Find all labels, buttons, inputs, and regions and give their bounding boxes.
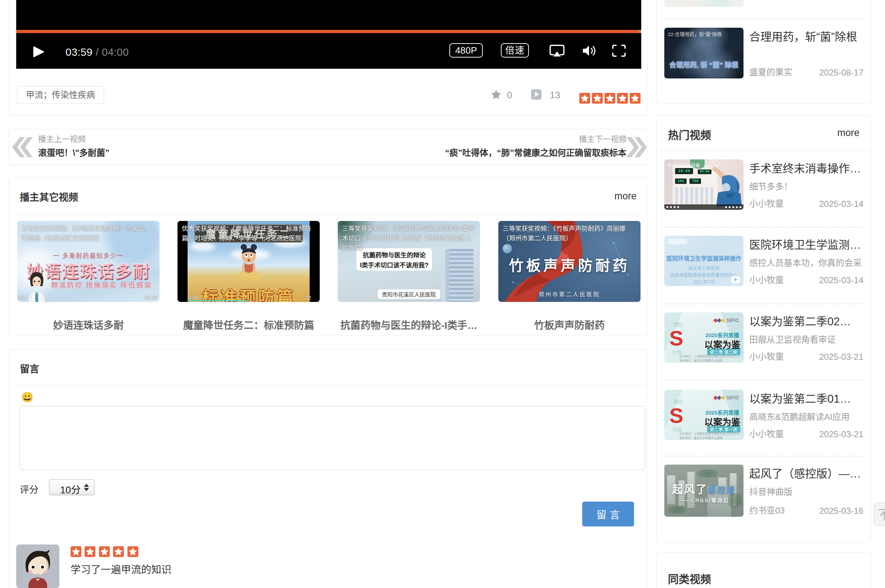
time-total: 04:00 [102, 46, 129, 58]
video-title[interactable]: 妙语连珠话多耐 [17, 317, 159, 332]
video-thumbnail[interactable]: 三等奖获奖视频：《抗菌药物与医生的辩论-I类手术切口该不该用我?》韩健梅（贵阳市… [338, 221, 480, 302]
video-date: 2025-03-14 [819, 199, 863, 209]
sidebar-video-item[interactable]: 医院环境卫生学监测采样操作 启东市人民医院 启东市医院感染管理质量控制中心 20… [664, 236, 863, 286]
sidebar-hot-card: 热门视频 more 15:46 00:00 193 759 [657, 115, 871, 542]
video-thumbnail[interactable] [664, 0, 744, 7]
favorite-count: 0 [507, 90, 512, 101]
back-to-top-button[interactable] [874, 503, 885, 526]
thumb-caption: 手术室终末消毒 [667, 162, 700, 168]
video-author: 小小牧童 [749, 273, 784, 285]
uploader-video-item[interactable]: 优秀奖获奖视频：《魔童降世任务二：标准预防篇》时培英、陈峥、李李等（河北燕达医院… [177, 221, 320, 302]
thumb-play-icon [731, 276, 740, 283]
video-title[interactable]: 以案为鉴第二季02… [749, 312, 863, 328]
video-thumbnail[interactable]: 三等奖获奖视频：《妙语连珠话多耐》周峻云、李亚晗（东部战区空军医院） 一 多重耐… [17, 221, 159, 302]
comment-textarea[interactable] [20, 406, 645, 470]
video-title[interactable]: 抗菌药物与医生的辩论-I类手… [338, 317, 480, 332]
header-divider [657, 151, 871, 151]
comments-header: 留言 [9, 350, 648, 386]
prev-video-title: 滚蛋吧！\"多耐菌” [38, 148, 110, 157]
video-tag[interactable]: 甲流；传染性疾病 [17, 86, 104, 104]
thumb-time-start: 0:55 [188, 295, 198, 300]
progress-bar[interactable] [16, 30, 641, 33]
video-thumbnail[interactable]: 15:46 00:00 193 759 手术室终末消毒 [664, 159, 744, 210]
thumb-caption: 22-合理用药，斩“菌”除根 [668, 30, 722, 38]
stepper-up-icon [84, 484, 89, 487]
hot-videos-more-link[interactable]: more [837, 128, 859, 138]
nurse-figure [707, 162, 744, 207]
video-thumbnail[interactable]: 起风了感控版 ——CRBSI零容忍 [664, 465, 744, 517]
uploader-videos-title: 播主其它视频 [20, 190, 78, 204]
time-separator: / [93, 46, 102, 58]
poster-title: 竹板声声防耐药 [498, 254, 640, 275]
sidebar-video-item[interactable]: 感控 S 计划 SIFIC 2025系列直播 以案为鉴 第二季 第一期 主办单位… [664, 390, 863, 440]
emoji-picker-button[interactable]: 😀 [21, 392, 33, 402]
quality-button[interactable]: 480P [449, 43, 483, 58]
comment-text: 学习了一遍甲流的知识 [71, 562, 171, 576]
sidebar-latest-card: 22-合理用药，斩“菌”除根 合理用药, 斩 “菌” 除根 合理用药，斩“菌”除… [657, 0, 871, 104]
video-title[interactable]: 手术室终末消毒操作… [749, 159, 863, 176]
comments-title: 留言 [20, 361, 39, 375]
sidebar-video-item[interactable]: 22-合理用药，斩“菌”除根 合理用药, 斩 “菌” 除根 合理用药，斩“菌”除… [664, 28, 863, 78]
comment-rating-stars [71, 546, 140, 558]
thumbnail-overlay-text: 三等奖获奖视频：《妙语连珠话多耐》周峻云、李亚晗（东部战区空军医院） [17, 221, 159, 243]
uploader-video-item[interactable]: 三等奖获奖视频：《抗菌药物与医生的辩论-I类手术切口该不该用我?》韩健梅（贵阳市… [338, 221, 480, 302]
separator [664, 304, 863, 304]
poster-building [445, 249, 473, 302]
rating-select[interactable]: 10分 [49, 479, 95, 495]
select-stepper-icon [84, 484, 89, 491]
video-info: 手术室终末消毒操作… 细节多多！ 小小牧童 2025-03-14 [749, 159, 863, 210]
fullscreen-icon[interactable] [612, 44, 627, 59]
rating-star-icon [99, 546, 110, 557]
video-title[interactable]: 医院环境卫生学监测… [749, 236, 863, 252]
video-thumbnail[interactable]: 感控 S 计划 SIFIC 2025系列直播 以案为鉴 第二季 第一期 主办单位… [664, 390, 744, 440]
poster-badge: 贵阳市花溪区人民医院 [377, 290, 440, 299]
thumb-title: 合理用药, 斩 “菌” 除根 [664, 59, 744, 69]
led-display: 193 [675, 178, 687, 184]
separator [664, 456, 863, 456]
video-thumbnail[interactable]: 三等奖获奖视频：《竹板声声防耐药》周丽娜（郑州市第二人民医院） 竹板声声防耐药 … [498, 221, 640, 302]
prev-arrow-icon[interactable] [12, 137, 33, 157]
video-title[interactable]: 竹板声声防耐药 [498, 317, 640, 332]
favorite-star-icon[interactable] [490, 89, 502, 100]
video-thumbnail[interactable]: 感控 S 计划 SIFIC 2025系列直播 以案为鉴 第二季 第二期 主办单位… [664, 312, 744, 363]
rating-label: 评分 [20, 482, 39, 495]
volume-icon[interactable] [582, 44, 597, 59]
video-subtitle: 高晓东&范鹏超解读AI应用 [749, 410, 863, 423]
video-date: 2025-03-16 [819, 506, 863, 516]
rating-star-icon [592, 93, 603, 104]
video-info: 以案为鉴第二季02… 田靓从卫监视角看审证 小小牧童 2025-03-21 [749, 312, 863, 363]
sidebar-video-item[interactable] [664, 0, 863, 7]
sidebar-video-item[interactable]: 感控 S 计划 SIFIC 2025系列直播 以案为鉴 第二季 第二期 主办单位… [664, 312, 863, 363]
video-author: 小小牧童 [749, 196, 784, 209]
sidebar-video-item[interactable]: 15:46 00:00 193 759 手术室终末消毒 [664, 159, 863, 210]
video-title[interactable]: 合理用药，斩“菌”除根 [749, 28, 863, 44]
thumb-title: 医院环境卫生学监测采样操作 [664, 254, 744, 262]
speed-button[interactable]: 倍速 [501, 43, 529, 58]
video-author: 小小牧童 [749, 427, 784, 440]
uploader-videos-more-link[interactable]: more [614, 191, 637, 202]
next-video-label: 播主下一视频 [445, 135, 627, 143]
next-arrow-icon[interactable] [627, 137, 647, 157]
video-player[interactable]: 03:59 / 04:00 480P 倍速 [16, 0, 641, 69]
next-video-link[interactable]: 播主下一视频 “痰”吐得体，“肺”常健康之如何正确留取痰标本 [445, 135, 627, 157]
video-info: 起风了（感控版）—… 抖音神曲版 约书亚03 2025-03-16 [749, 465, 863, 517]
thumb-title-accent: 感控版 [708, 486, 736, 495]
video-author: 约书亚03 [749, 503, 785, 516]
prev-video-link[interactable]: 播主上一视频 滚蛋吧！\"多耐菌” [38, 135, 110, 157]
video-title[interactable]: 起风了（感控版）—… [749, 465, 863, 481]
separator [664, 19, 863, 19]
uploader-video-item[interactable]: 三等奖获奖视频：《竹板声声防耐药》周丽娜（郑州市第二人民医院） 竹板声声防耐药 … [498, 221, 640, 302]
uploader-video-item[interactable]: 三等奖获奖视频：《妙语连珠话多耐》周峻云、李亚晗（东部战区空军医院） 一 多重耐… [17, 221, 159, 302]
thumbnail-overlay-text: 优秀奖获奖视频：《魔童降世任务二：标准预防篇》时培英、陈峥、李李等（河北燕达医院… [177, 221, 320, 243]
video-thumbnail[interactable]: 22-合理用药，斩“菌”除根 合理用药, 斩 “菌” 除根 [664, 28, 744, 78]
sidebar-video-item[interactable]: 起风了感控版 ——CRBSI零容忍 起风了（感控版）—… 抖音神曲版 约书亚03… [664, 465, 863, 517]
video-title[interactable]: 以案为鉴第二季01… [749, 390, 863, 406]
submit-comment-button[interactable]: 留言 [582, 502, 634, 526]
airplay-icon[interactable] [549, 44, 565, 60]
video-thumbnail[interactable]: 医院环境卫生学监测采样操作 启东市人民医院 启东市医院感染管理质量控制中心 20… [664, 236, 744, 286]
video-title[interactable]: 魔童降世任务二：标准预防篇 [177, 317, 320, 332]
play-button[interactable] [32, 46, 45, 58]
rating-select-value: 10分 [60, 482, 81, 496]
video-thumbnail[interactable]: 优秀奖获奖视频：《魔童降世任务二：标准预防篇》时培英、陈峥、李李等（河北燕达医院… [177, 221, 320, 302]
city-green [668, 506, 686, 513]
